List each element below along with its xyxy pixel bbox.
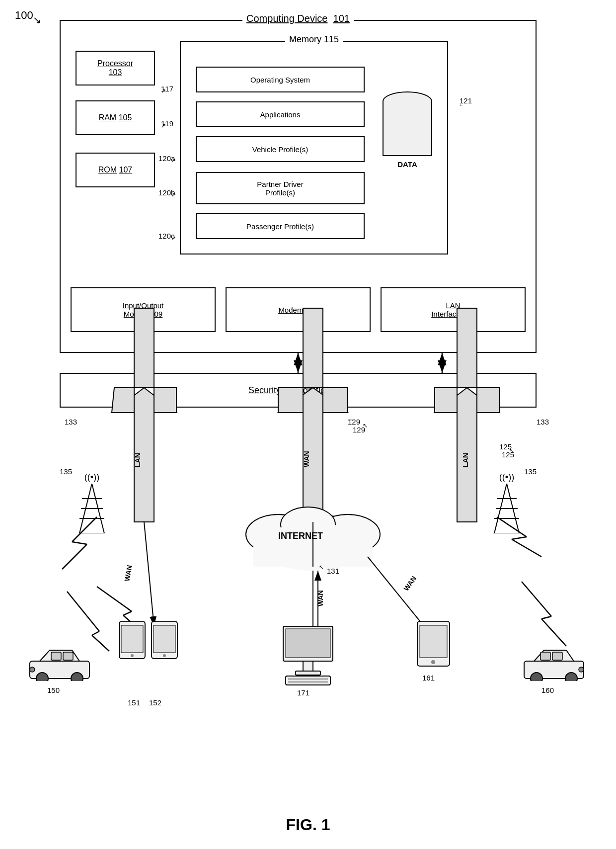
computing-device-box: Computing Device 101 Processor 103 RAM 1… bbox=[60, 20, 537, 353]
svg-text:129: 129 bbox=[353, 425, 365, 434]
svg-text:WAN: WAN bbox=[303, 451, 310, 467]
computing-device-ref: 101 bbox=[333, 13, 350, 24]
svg-text:LAN: LAN bbox=[462, 453, 469, 467]
ref-152: 152 bbox=[149, 698, 161, 707]
memory-item-app: Applications bbox=[196, 101, 365, 127]
svg-text:125: 125 bbox=[502, 450, 514, 459]
memory-box: Memory 115 Operating System 117 ↗ Applic… bbox=[180, 41, 448, 255]
svg-text:WAN: WAN bbox=[123, 565, 133, 582]
svg-text:↖: ↖ bbox=[363, 422, 368, 429]
svg-line-45 bbox=[92, 635, 109, 651]
io-module-box: Input/OutputModule 109 bbox=[71, 287, 216, 332]
modem-box: Modem 127 bbox=[226, 287, 371, 332]
car-right bbox=[522, 646, 586, 683]
svg-line-46 bbox=[522, 582, 551, 616]
ref-150: 150 bbox=[47, 686, 60, 694]
svg-line-32 bbox=[144, 522, 154, 626]
diagram-number: 100 bbox=[15, 9, 33, 22]
arrow-120b: ↗ bbox=[171, 191, 176, 198]
svg-rect-82 bbox=[420, 625, 447, 658]
svg-rect-71 bbox=[552, 652, 562, 660]
arrow-121: ← bbox=[459, 101, 464, 108]
tablets-left bbox=[119, 621, 179, 698]
ref-125: 125 bbox=[499, 442, 512, 451]
antenna-left: ((•)) bbox=[77, 472, 107, 535]
arrow-120c: ↗ bbox=[171, 235, 176, 242]
rom-label: ROM 107 bbox=[98, 166, 132, 174]
ram-box: RAM 105 bbox=[76, 100, 155, 135]
svg-rect-64 bbox=[63, 652, 73, 660]
data-cylinder: DATA bbox=[383, 91, 432, 156]
computer bbox=[281, 626, 335, 688]
fig-label: FIG. 1 bbox=[286, 816, 330, 834]
svg-line-30 bbox=[512, 537, 527, 539]
arrow-117: ↗ bbox=[161, 87, 166, 94]
memory-item-pdp: Partner DriverProfile(s) bbox=[196, 172, 365, 204]
svg-text:LAN: LAN bbox=[134, 453, 142, 467]
security-label: Security / Integration bbox=[248, 385, 330, 396]
modules-row: Input/OutputModule 109 Modem 127 LANInte… bbox=[71, 282, 526, 337]
computing-device-label: Computing Device 101 bbox=[242, 13, 354, 24]
arrow-119: ↗ bbox=[161, 122, 166, 129]
svg-point-15 bbox=[315, 514, 380, 554]
svg-rect-88 bbox=[286, 676, 330, 685]
ref-131: 131 bbox=[327, 567, 339, 575]
svg-point-66 bbox=[71, 673, 83, 681]
svg-rect-86 bbox=[303, 661, 313, 671]
svg-point-74 bbox=[579, 667, 584, 672]
rom-box: ROM 107 bbox=[76, 153, 155, 187]
ram-label: RAM 105 bbox=[99, 113, 132, 122]
svg-point-67 bbox=[30, 667, 35, 672]
svg-point-17 bbox=[258, 523, 368, 571]
svg-rect-87 bbox=[296, 671, 320, 675]
svg-point-73 bbox=[565, 673, 577, 681]
memory-label: Memory 115 bbox=[285, 34, 343, 45]
svg-rect-85 bbox=[286, 629, 330, 658]
svg-rect-76 bbox=[121, 625, 143, 653]
security-ref: 180 bbox=[333, 385, 348, 396]
svg-line-43 bbox=[67, 592, 99, 631]
svg-line-27 bbox=[72, 542, 87, 544]
svg-line-28 bbox=[62, 544, 87, 569]
lan-interface-box: LANInterface 123 bbox=[381, 287, 526, 332]
processor-box: Processor 103 bbox=[76, 51, 155, 85]
svg-point-83 bbox=[431, 660, 435, 664]
svg-marker-7 bbox=[112, 388, 176, 522]
svg-line-40 bbox=[97, 587, 132, 611]
memory-item-pp: Passenger Profile(s) bbox=[196, 213, 365, 239]
tablet-right bbox=[417, 621, 452, 673]
ref-151: 151 bbox=[128, 698, 140, 707]
svg-rect-63 bbox=[51, 652, 61, 660]
memory-item-vp: Vehicle Profile(s) bbox=[196, 136, 365, 162]
ref-135-left: 135 bbox=[60, 467, 72, 476]
diagram-number-arrow: ↘ bbox=[33, 14, 41, 26]
svg-point-72 bbox=[531, 673, 542, 681]
svg-rect-70 bbox=[540, 652, 550, 660]
svg-line-47 bbox=[541, 616, 551, 619]
processor-label: Processor 103 bbox=[97, 59, 133, 77]
internet-label: INTERNET bbox=[278, 531, 323, 541]
arrow-120a: ↗ bbox=[171, 157, 176, 164]
svg-line-31 bbox=[512, 539, 541, 557]
wave-129: 〰 bbox=[348, 418, 353, 423]
svg-marker-9 bbox=[278, 388, 348, 522]
svg-point-13 bbox=[256, 514, 370, 569]
svg-point-65 bbox=[36, 673, 48, 681]
svg-text:WAN: WAN bbox=[316, 590, 324, 606]
svg-point-80 bbox=[163, 654, 166, 657]
svg-line-44 bbox=[92, 631, 99, 635]
security-integration-box: Security / Integration 180 bbox=[60, 373, 537, 408]
wave-131: ↖ bbox=[319, 564, 324, 571]
car-left bbox=[27, 646, 92, 683]
svg-rect-79 bbox=[154, 625, 175, 653]
ref-135-right: 135 bbox=[524, 467, 537, 476]
ref-171: 171 bbox=[297, 688, 309, 697]
antenna-right: ((•)) bbox=[492, 472, 522, 535]
ref-160: 160 bbox=[541, 686, 554, 694]
ref-161: 161 bbox=[422, 674, 435, 682]
computing-device-title: Computing Device bbox=[246, 13, 327, 24]
svg-text:WAN: WAN bbox=[402, 575, 418, 593]
diagram-container: 100 ↘ Computing Device 101 Processor 103… bbox=[0, 0, 616, 849]
data-label: DATA bbox=[397, 160, 417, 169]
svg-marker-11 bbox=[435, 388, 499, 522]
